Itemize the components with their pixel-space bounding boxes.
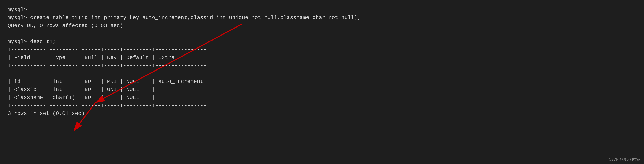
line-desc: mysql> desc t1; — [8, 38, 636, 46]
line-blank1 — [8, 30, 636, 38]
line-blank2 — [8, 70, 636, 78]
line-mysql-prompt: mysql> — [8, 6, 636, 14]
line-sep3: +-----------+---------+------+-----+----… — [8, 102, 636, 110]
line-row1: | id | int | NO | PRI | NULL | auto_incr… — [8, 78, 636, 86]
line-row2: | classid | int | NO | UNI | NULL | | — [8, 86, 636, 94]
line-rows-count: 3 rows in set (0.01 sec) — [8, 110, 636, 118]
line-header: | Field | Type | Null | Key | Default | … — [8, 54, 636, 62]
line-sep1: +-----------+---------+------+-----+----… — [8, 46, 636, 54]
terminal-window: mysql> mysql> create table t1(id int pri… — [0, 0, 644, 164]
line-query-ok: Query OK, 0 rows affected (0.03 sec) — [8, 22, 636, 30]
line-row3: | classname | char(1) | NO | | NULL | | — [8, 94, 636, 102]
watermark: CSDN @景天科技苑 — [609, 157, 640, 162]
line-sep2: +-----------+---------+------+-----+----… — [8, 62, 636, 70]
terminal-content: mysql> mysql> create table t1(id int pri… — [8, 6, 636, 118]
line-create-table: mysql> create table t1(id int primary ke… — [8, 14, 636, 22]
